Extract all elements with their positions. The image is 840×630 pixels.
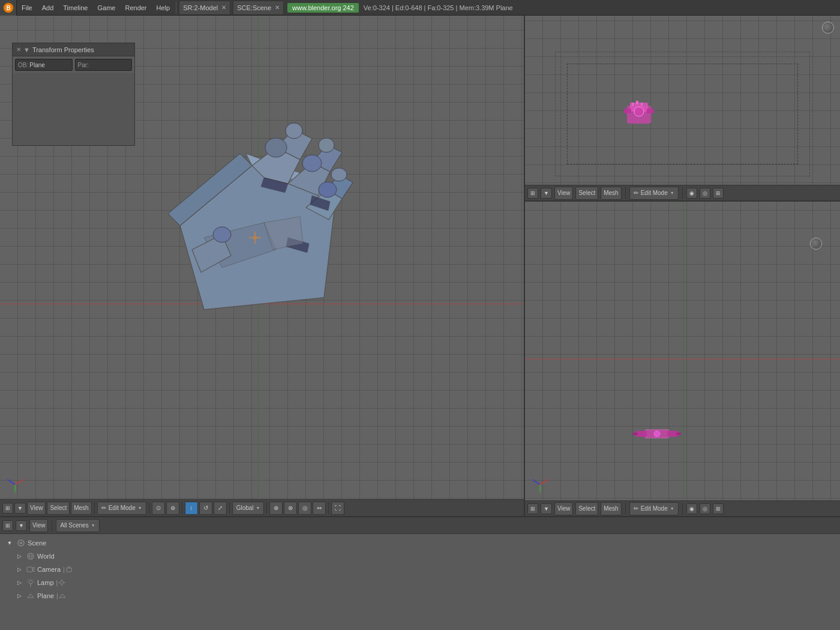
br-grid2-btn[interactable]: ⊞ <box>713 503 724 514</box>
br-headphones-btn[interactable]: ◎ <box>700 503 710 514</box>
panel-title: Transform Properties <box>32 46 94 53</box>
blender-url[interactable]: www.blender.org 242 <box>287 3 359 13</box>
left-view-btn[interactable]: View <box>27 502 46 515</box>
br-select-btn[interactable]: Select <box>575 502 598 515</box>
menu-help[interactable]: Help <box>152 0 175 16</box>
br-corner-icon[interactable] <box>810 238 822 250</box>
left-viewport-toolbar: ⊞ ▼ View Select Mesh ✏ Edit Mode ⊙ ⊛ ↕ ↺… <box>0 499 524 516</box>
br-grid-btn[interactable]: ⊞ <box>527 503 538 514</box>
hand-model <box>144 118 384 346</box>
br-dropdown[interactable]: ▼ <box>541 503 552 514</box>
svg-text:Z: Z <box>14 489 17 494</box>
tr-view-btn[interactable]: View <box>554 187 574 200</box>
svg-line-28 <box>9 481 15 485</box>
br-mode-icon: ✏ <box>634 505 638 512</box>
svg-line-48 <box>534 481 540 485</box>
svg-point-16 <box>331 168 347 181</box>
svg-point-11 <box>302 155 322 172</box>
timeline-dropdown[interactable]: ▼ <box>16 520 27 531</box>
tb-sep3 <box>182 502 182 514</box>
magnet-btn[interactable]: ⊗ <box>284 502 297 515</box>
tab-sce[interactable]: SCE:Scene ✕ <box>233 1 284 15</box>
viewport-top-right[interactable]: ⊞ ▼ View Select Mesh ✏ Edit Mode ◉ ◎ ⊞ <box>525 16 840 202</box>
tr-sep1 <box>625 187 626 199</box>
fullscreen-btn[interactable]: ⛶ <box>331 502 344 515</box>
svg-rect-40 <box>641 103 643 106</box>
hand-model-svg <box>144 118 384 346</box>
svg-line-67 <box>28 580 28 580</box>
tr-mode-dropdown[interactable]: ✏ Edit Mode <box>629 187 679 200</box>
top-menubar: B File Add Timeline Game Render Help SR:… <box>0 0 840 16</box>
tr-grid-btn[interactable]: ⊞ <box>527 188 538 199</box>
left-select-btn[interactable]: Select <box>47 502 70 515</box>
br-mesh-btn[interactable]: Mesh <box>601 502 621 515</box>
tab-sce-close[interactable]: ✕ <box>275 4 280 11</box>
tr-select-btn[interactable]: Select <box>575 187 598 200</box>
camera-expand-icon: ▷ <box>14 565 24 574</box>
left-grid-btn[interactable]: ⊞ <box>2 503 13 514</box>
axis-indicator-left: X Y Z <box>6 476 24 495</box>
lamp-expand-icon: ▷ <box>14 578 24 587</box>
tab-sr2[interactable]: SR:2-Model ✕ <box>179 1 230 15</box>
outliner-item-world[interactable]: ▷ World <box>2 550 838 563</box>
br-render-btn[interactable]: ◉ <box>686 503 697 514</box>
tab-sr2-close[interactable]: ✕ <box>221 4 226 11</box>
mirror-btn[interactable]: ⇔ <box>313 502 326 515</box>
timeline-view-label: View <box>32 522 46 529</box>
left-mode-dropdown[interactable]: ✏ Edit Mode <box>97 502 146 515</box>
left-mesh-btn[interactable]: Mesh <box>71 502 91 515</box>
plane-mesh-icon <box>58 592 67 600</box>
all-scenes-dropdown[interactable]: All Scenes <box>56 519 99 532</box>
tr-render-btn[interactable]: ◉ <box>686 188 697 199</box>
global-dropdown[interactable]: Global <box>232 502 265 515</box>
tr-headphones-btn[interactable]: ◎ <box>700 188 710 199</box>
preview-box-inner <box>567 64 798 164</box>
outliner-area: ▼ Scene ▷ <box>0 534 840 630</box>
outliner-item-plane[interactable]: ▷ Plane | <box>2 589 838 602</box>
par-field[interactable]: Par: <box>75 59 133 71</box>
br-view-btn[interactable]: View <box>554 502 574 515</box>
rotate-btn[interactable]: ↺ <box>199 502 212 515</box>
svg-point-44 <box>654 431 660 437</box>
snap-btn[interactable]: ⊙ <box>152 502 165 515</box>
tr-mesh-btn[interactable]: Mesh <box>601 187 621 200</box>
translate-btn[interactable]: ↕ <box>185 502 198 515</box>
outliner-item-scene[interactable]: ▼ Scene <box>2 536 838 550</box>
menu-game[interactable]: Game <box>92 0 120 16</box>
svg-text:Y: Y <box>7 478 10 483</box>
timeline-grid-btn[interactable]: ⊞ <box>2 520 13 531</box>
pivot-btn[interactable]: ⊕ <box>269 502 283 515</box>
preview-object <box>621 100 657 131</box>
tr-sep2 <box>682 187 683 199</box>
panel-close[interactable]: ✕ <box>16 46 21 53</box>
viewport-left[interactable]: ✕ ▼ Transform Properties OB: Plane Par: <box>0 16 525 516</box>
tb-sep6 <box>328 502 329 514</box>
br-mode-dropdown[interactable]: ✏ Edit Mode <box>629 502 679 515</box>
tb-sep5 <box>266 502 267 514</box>
tr-grid2-btn[interactable]: ⊞ <box>713 188 724 199</box>
timeline-view-btn[interactable]: View <box>29 519 49 532</box>
outliner-item-lamp[interactable]: ▷ Lamp | <box>2 576 838 589</box>
tr-dropdown[interactable]: ▼ <box>541 188 552 199</box>
proportional-btn[interactable]: ◎ <box>298 502 311 515</box>
outliner-item-camera[interactable]: ▷ Camera | <box>2 563 838 576</box>
svg-point-70 <box>60 581 64 584</box>
scale-btn[interactable]: ⤢ <box>214 502 227 515</box>
svg-marker-75 <box>28 594 34 598</box>
ob-field[interactable]: OB: Plane <box>15 59 73 71</box>
lamp-sun-icon <box>58 578 66 587</box>
panel-expand[interactable]: ▼ <box>23 46 30 53</box>
occlude-btn[interactable]: ⊛ <box>166 502 179 515</box>
menu-render[interactable]: Render <box>120 0 151 16</box>
viewport-bottom-right[interactable]: X Y Z (1) Plane ⊞ ▼ View Select Mesh ✏ E… <box>525 202 840 516</box>
blender-logo[interactable]: B <box>0 0 17 16</box>
svg-rect-36 <box>624 109 631 113</box>
menu-file[interactable]: File <box>17 0 37 16</box>
menu-add[interactable]: Add <box>37 0 59 16</box>
svg-rect-39 <box>632 103 634 106</box>
svg-text:Z: Z <box>539 489 542 494</box>
tl-sep1 <box>52 520 52 532</box>
menu-timeline[interactable]: Timeline <box>58 0 92 16</box>
tr-corner-icon[interactable] <box>822 22 834 34</box>
left-view-dropdown[interactable]: ▼ <box>14 503 26 514</box>
